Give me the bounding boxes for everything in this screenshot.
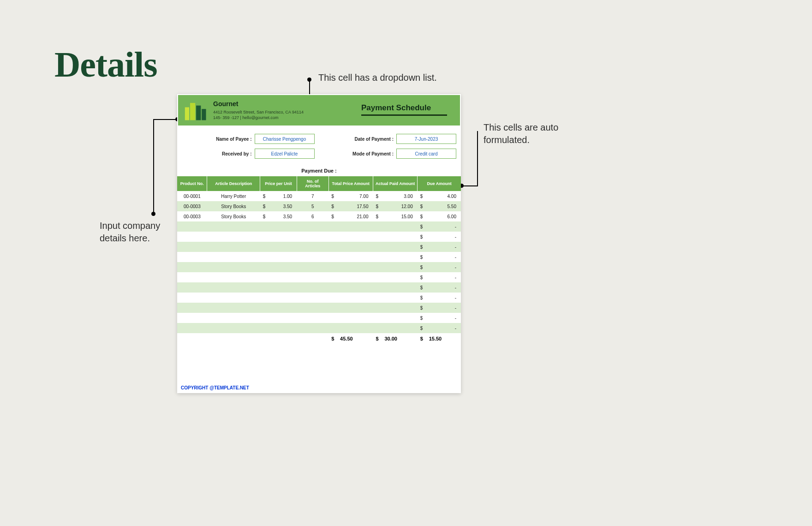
cell[interactable]: [373, 262, 382, 272]
cell[interactable]: [328, 262, 337, 272]
cell[interactable]: [297, 282, 328, 293]
cell[interactable]: $: [418, 242, 426, 252]
cell[interactable]: 00-0003: [177, 211, 207, 221]
cell[interactable]: -: [426, 323, 461, 333]
cell[interactable]: 5: [297, 201, 328, 211]
cell[interactable]: [373, 242, 382, 252]
cell[interactable]: [260, 262, 268, 272]
cell[interactable]: [373, 323, 382, 333]
cell[interactable]: 15.00: [382, 211, 417, 221]
cell[interactable]: [177, 272, 207, 282]
cell[interactable]: [328, 282, 337, 293]
cell[interactable]: [260, 252, 268, 262]
cell[interactable]: [177, 221, 207, 232]
cell[interactable]: [337, 242, 373, 252]
cell[interactable]: [337, 221, 373, 232]
cell[interactable]: $: [328, 191, 337, 201]
cell[interactable]: $: [418, 191, 426, 201]
cell[interactable]: [268, 242, 297, 252]
cell[interactable]: [337, 293, 373, 303]
table-row[interactable]: $-: [177, 282, 461, 293]
cell[interactable]: [260, 232, 268, 242]
cell[interactable]: 00-0003: [177, 201, 207, 211]
cell[interactable]: $: [418, 323, 426, 333]
cell[interactable]: [268, 303, 297, 313]
cell[interactable]: [207, 242, 260, 252]
cell[interactable]: -: [426, 242, 461, 252]
cell[interactable]: [268, 232, 297, 242]
cell[interactable]: [337, 303, 373, 313]
cell[interactable]: [382, 313, 417, 323]
cell[interactable]: [373, 252, 382, 262]
cell[interactable]: [207, 232, 260, 242]
cell[interactable]: 7: [297, 191, 328, 201]
cell[interactable]: [373, 221, 382, 232]
cell[interactable]: [373, 282, 382, 293]
payee-field[interactable]: Charisse Pengpengo: [255, 134, 315, 144]
cell[interactable]: [260, 303, 268, 313]
cell[interactable]: -: [426, 252, 461, 262]
cell[interactable]: $: [418, 252, 426, 262]
cell[interactable]: [382, 262, 417, 272]
cell[interactable]: $: [328, 211, 337, 221]
cell[interactable]: [260, 242, 268, 252]
cell[interactable]: [207, 252, 260, 262]
cell[interactable]: [297, 313, 328, 323]
cell[interactable]: [337, 313, 373, 323]
cell[interactable]: [328, 232, 337, 242]
cell[interactable]: [260, 293, 268, 303]
cell[interactable]: [373, 293, 382, 303]
cell[interactable]: [297, 323, 328, 333]
cell[interactable]: -: [426, 221, 461, 232]
cell[interactable]: $: [328, 201, 337, 211]
cell[interactable]: $: [418, 221, 426, 232]
cell[interactable]: [337, 323, 373, 333]
cell[interactable]: $: [418, 272, 426, 282]
cell[interactable]: $: [373, 191, 382, 201]
cell[interactable]: [177, 323, 207, 333]
cell[interactable]: [373, 272, 382, 282]
cell[interactable]: [177, 293, 207, 303]
cell[interactable]: 6.00: [426, 211, 461, 221]
cell[interactable]: [177, 282, 207, 293]
cell[interactable]: [268, 313, 297, 323]
cell[interactable]: [268, 221, 297, 232]
cell[interactable]: [268, 293, 297, 303]
cell[interactable]: [207, 313, 260, 323]
cell[interactable]: [382, 242, 417, 252]
cell[interactable]: [177, 252, 207, 262]
table-row[interactable]: $-: [177, 303, 461, 313]
cell[interactable]: [297, 221, 328, 232]
table-row[interactable]: $-: [177, 232, 461, 242]
cell[interactable]: [207, 221, 260, 232]
cell[interactable]: [373, 313, 382, 323]
cell[interactable]: 12.00: [382, 201, 417, 211]
cell[interactable]: [297, 242, 328, 252]
cell[interactable]: $: [418, 282, 426, 293]
table-row[interactable]: $-: [177, 262, 461, 272]
cell[interactable]: [382, 293, 417, 303]
cell[interactable]: [268, 272, 297, 282]
cell[interactable]: [328, 293, 337, 303]
table-row[interactable]: $-: [177, 323, 461, 333]
mode-field[interactable]: Credit card: [396, 149, 456, 159]
cell[interactable]: 3.50: [268, 201, 297, 211]
cell[interactable]: [268, 262, 297, 272]
cell[interactable]: [337, 262, 373, 272]
company-block[interactable]: Gournet 4412 Roosevelt Street, San Franc…: [213, 100, 304, 120]
cell[interactable]: [260, 323, 268, 333]
cell[interactable]: [328, 252, 337, 262]
cell[interactable]: -: [426, 272, 461, 282]
cell[interactable]: [337, 272, 373, 282]
table-row[interactable]: 00-0001Harry Potter$1.007$7.00$3.00$4.00: [177, 191, 461, 201]
cell[interactable]: $: [418, 201, 426, 211]
company-contact[interactable]: 145- 359 -127 | hello@gournet.com: [213, 115, 304, 120]
received-field[interactable]: Edzel Palicte: [255, 149, 315, 159]
cell[interactable]: [328, 242, 337, 252]
cell[interactable]: [373, 232, 382, 242]
cell[interactable]: [373, 303, 382, 313]
cell[interactable]: [177, 262, 207, 272]
cell[interactable]: [207, 323, 260, 333]
cell[interactable]: $: [418, 262, 426, 272]
cell[interactable]: -: [426, 303, 461, 313]
